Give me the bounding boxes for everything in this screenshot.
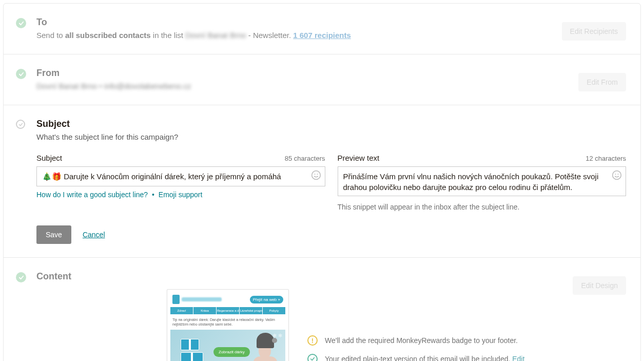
- email-preview-card[interactable]: Přejít na web » Zdraví Krása Regenerace …: [167, 289, 289, 361]
- check-open-icon: [16, 120, 25, 129]
- to-list-name: Dovní Banat Brno: [185, 31, 246, 40]
- section-to: To Send to all subscribed contacts in th…: [4, 4, 640, 54]
- save-button[interactable]: Save: [36, 225, 71, 244]
- emoji-support-link[interactable]: Emoji support: [159, 191, 203, 199]
- check-icon: [16, 272, 26, 282]
- svg-point-2: [317, 174, 318, 175]
- check-icon: [16, 18, 26, 28]
- to-prefix: Send to: [36, 31, 65, 40]
- section-content: Content Přejít na web » Zdraví Krása Reg…: [4, 258, 640, 361]
- preview-nav: Zdraví Krása Regenerace a design těla Lá…: [170, 307, 285, 314]
- preview-nav-item: Zdraví: [170, 307, 193, 314]
- section-content-title: Content: [36, 271, 567, 282]
- subject-input[interactable]: [36, 166, 325, 186]
- plaintext-msg-text: Your edited plain-text version of this e…: [325, 355, 512, 361]
- preview-nav-item: Pobyty: [263, 307, 285, 314]
- recipients-link[interactable]: 1 607 recipients: [293, 31, 351, 40]
- campaign-setup-panel: To Send to all subscribed contacts in th…: [3, 3, 641, 361]
- preview-desc: Tip na originální dárek: Darujte klasick…: [170, 314, 285, 330]
- preview-hero: Zobrazit dárky: [170, 330, 285, 361]
- section-to-title: To: [36, 17, 556, 28]
- section-subject-title: Subject: [36, 119, 626, 129]
- subject-char-count: 85 characters: [285, 155, 325, 162]
- emoji-picker-icon[interactable]: [612, 170, 622, 180]
- svg-point-3: [613, 171, 621, 180]
- to-suffix: - Newsletter.: [246, 31, 294, 40]
- edit-design-button[interactable]: Edit Design: [573, 276, 626, 295]
- from-details: Dovní Banat Brno • info@dovolabenebeno.c…: [36, 81, 572, 91]
- subject-field-label: Subject: [36, 154, 62, 162]
- preview-char-count: 12 characters: [586, 155, 626, 162]
- preview-cta: Zobrazit dárky: [213, 347, 250, 357]
- svg-point-5: [618, 174, 619, 175]
- section-from: From Dovní Banat Brno • info@dovolabeneb…: [4, 54, 640, 105]
- check-outline-icon: [307, 354, 318, 361]
- preview-nav-item: Lázeňské programy: [240, 307, 262, 314]
- svg-point-4: [615, 174, 616, 175]
- section-subject: Subject What's the subject line for this…: [4, 105, 640, 258]
- preview-logo: [172, 295, 222, 304]
- edit-from-button[interactable]: Edit From: [578, 73, 626, 91]
- to-inlist: in the list: [151, 31, 186, 40]
- cancel-button[interactable]: Cancel: [83, 231, 105, 239]
- plaintext-msg: Your edited plain-text version of this e…: [325, 355, 524, 361]
- edit-recipients-button[interactable]: Edit Recipients: [562, 22, 626, 41]
- svg-point-1: [314, 174, 315, 175]
- section-from-title: From: [36, 68, 572, 79]
- preview-nav-item: Krása: [193, 307, 216, 314]
- subject-help-link[interactable]: How do I write a good subject line?: [36, 191, 148, 199]
- warning-icon: !: [307, 335, 318, 346]
- snippet-note: This snippet will appear in the inbox af…: [338, 203, 627, 211]
- to-bold: all subscribed contacts: [65, 31, 151, 40]
- preview-text-input[interactable]: [338, 166, 627, 196]
- edit-plaintext-link[interactable]: Edit: [512, 355, 524, 361]
- monkeyrewards-msg: We'll add the required MonkeyRewards bad…: [325, 336, 518, 345]
- check-icon: [16, 69, 26, 79]
- separator: •: [152, 191, 154, 199]
- section-to-description: Send to all subscribed contacts in the l…: [36, 30, 556, 41]
- preview-web-button: Přejít na web »: [250, 296, 283, 303]
- preview-field-label: Preview text: [338, 154, 380, 162]
- preview-nav-item: Regenerace a design těla: [217, 307, 239, 314]
- emoji-picker-icon[interactable]: [311, 170, 321, 180]
- svg-point-0: [311, 171, 320, 180]
- subject-question: What's the subject line for this campaig…: [36, 131, 626, 142]
- preview-person: [247, 333, 281, 361]
